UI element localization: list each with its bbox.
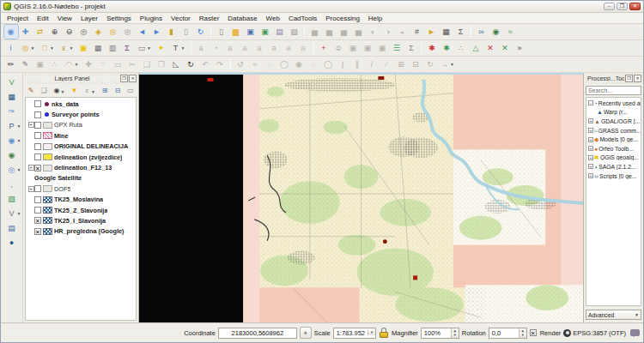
processing-item-gdal-ogr-[interactable]: +▲GDAL/OGR [... <box>586 117 641 126</box>
add-feature-button[interactable]: ∴ <box>48 57 62 71</box>
statistical-summary-button[interactable]: Σ <box>454 25 468 39</box>
processing-item-warp-r-[interactable]: ▲Warp (r... <box>586 108 641 117</box>
layer-row-original-delineacija[interactable]: ORIGINAL DELINEACIJA <box>26 141 136 152</box>
decrease-brightness-button[interactable]: ◑ <box>381 25 395 39</box>
menu-view[interactable]: View <box>53 13 76 24</box>
add-wfs-layer-button[interactable]: ▤ <box>5 221 19 235</box>
close-panel-icon[interactable]: ✕ <box>634 75 641 82</box>
add-group-button[interactable]: ❏ <box>39 85 50 96</box>
refresh-map-button[interactable]: ↻ <box>194 25 208 39</box>
toolbar-overflow-button[interactable]: » <box>513 41 526 55</box>
processing-search-input[interactable] <box>586 86 641 95</box>
delete-part-button[interactable]: ◯ <box>321 57 335 71</box>
zoom-last-button[interactable]: ◄ <box>136 25 149 39</box>
expand-plus-icon[interactable]: + <box>588 128 593 133</box>
split-features-button[interactable]: / <box>365 57 379 71</box>
cad-tools-button[interactable]: ◺ <box>169 57 183 71</box>
crosshair-grid-button[interactable]: # <box>410 25 424 39</box>
fill-ring-button[interactable]: ◉ <box>292 57 306 71</box>
show-bookmarks-button[interactable]: ▯ <box>179 25 193 39</box>
layer-row-tk25-moslavina[interactable]: TK25_Moslavina <box>26 195 136 205</box>
increase-contrast-button[interactable]: ◒ <box>396 25 410 39</box>
new-project-button[interactable]: ▯ <box>215 25 228 39</box>
collapse-all-button[interactable]: ⊟ <box>112 85 124 96</box>
dropdown-arrow-icon[interactable]: ▼ <box>75 62 80 67</box>
dropdown-arrow-icon[interactable]: ▼ <box>450 62 455 67</box>
layer-row-mine[interactable]: Mine <box>26 130 136 141</box>
crs-status-button[interactable]: EPSG:3857 (OTF) <box>563 329 626 337</box>
paste-features-button[interactable]: ❐ <box>155 57 168 71</box>
menu-layer[interactable]: Layer <box>76 13 102 24</box>
expander-icon[interactable]: + <box>27 165 34 171</box>
map-tips-button[interactable]: ✦ <box>155 41 168 55</box>
select-by-form-button[interactable]: ▥ <box>106 41 119 55</box>
layer-checkbox[interactable] <box>34 132 41 139</box>
touch-button[interactable]: ◉ <box>4 25 18 39</box>
full-histogram-stretch-button[interactable]: ▅ <box>323 25 337 39</box>
spin-down-icon[interactable]: ▼ <box>452 333 459 338</box>
spin-down-icon[interactable]: ▼ <box>519 333 526 338</box>
zoom-to-layer-button[interactable]: ◎ <box>121 25 135 39</box>
new-layer-button[interactable]: V▼ <box>5 207 19 220</box>
add-postgis-layer-button[interactable]: P▼ <box>5 119 19 133</box>
add-oracle-layer-button[interactable]: ◉ <box>5 148 19 162</box>
add-ring-button[interactable]: ◌ <box>263 57 276 71</box>
dropdown-arrow-icon[interactable]: ▼ <box>17 138 22 143</box>
offset-curve-button[interactable]: ∥ <box>350 57 364 71</box>
rotation-spinner[interactable]: 0,0 ▲▼ <box>489 328 527 339</box>
menu-raster[interactable]: Raster <box>195 13 224 24</box>
vertex-tool-4-button[interactable]: △ <box>469 41 483 55</box>
add-wcs-layer-button[interactable]: ● <box>5 236 19 250</box>
move-feature-button[interactable]: ✚ <box>82 57 95 71</box>
redo-button[interactable]: ↷ <box>213 57 227 71</box>
local-cumulative-cut-stretch-button[interactable]: ▅ <box>337 25 351 39</box>
filter-legend-button[interactable]: ▼ <box>69 85 80 96</box>
layer-checkbox[interactable] <box>34 207 41 214</box>
zoom-out-button[interactable]: ⊖ <box>63 25 76 39</box>
layer-checkbox[interactable] <box>34 143 41 150</box>
grass-tools-button[interactable]: ≈ <box>504 25 518 39</box>
coordinate-input[interactable] <box>218 328 297 339</box>
menu-project[interactable]: Project <box>3 13 33 24</box>
full-cumulative-cut-stretch-button[interactable]: ▅ <box>352 25 366 39</box>
menu-settings[interactable]: Settings <box>102 13 136 24</box>
collapse-minus-icon[interactable]: - <box>588 100 593 105</box>
dropdown-arrow-icon[interactable]: ▼ <box>50 45 55 51</box>
dropdown-arrow-icon[interactable]: ▼ <box>91 89 96 94</box>
layer-row-tk25-i-slavonija[interactable]: ✕TK25_I_Slavonija <box>26 215 136 226</box>
new-shapefile-layer-button[interactable]: ▧ <box>5 192 19 206</box>
menu-cadtools[interactable]: CadTools <box>284 13 321 24</box>
layer-row-google-satellite[interactable]: Google Satellite <box>26 173 136 184</box>
save-layer-edits-button[interactable]: ▣ <box>33 57 47 71</box>
add-mssql-layer-button[interactable]: ◉▼ <box>5 134 19 147</box>
add-spatialite-layer-button[interactable]: ✑ <box>5 105 19 118</box>
dropdown-arrow-icon[interactable]: ▼ <box>70 45 75 51</box>
toggle-editing-button[interactable]: ✎ <box>19 57 33 71</box>
run-feature-action-button[interactable]: ◎▼ <box>19 41 33 55</box>
new-bookmark-button[interactable]: ▮ <box>165 25 179 39</box>
vertex-tool-5-button[interactable]: ✕ <box>483 41 497 55</box>
camera-plugin-2-button[interactable]: ▣ <box>361 41 374 55</box>
reshape-features-button[interactable]: ∫ <box>336 57 349 71</box>
interface-mode-select[interactable]: Advanced interface ▼ <box>586 310 641 320</box>
open-attribute-table-button[interactable]: ▦ <box>91 41 105 55</box>
move-label-button[interactable]: a <box>267 41 281 55</box>
deselect-all-button[interactable]: ▣ <box>76 41 90 55</box>
map-canvas[interactable] <box>139 73 583 322</box>
show-hide-labels-button[interactable]: a <box>252 41 266 55</box>
layer-checkbox[interactable] <box>34 153 41 160</box>
text-annotation-button[interactable]: T▼ <box>169 41 183 55</box>
trace-button[interactable]: →▼ <box>438 57 452 71</box>
simplify-feature-button[interactable]: ≈ <box>248 57 262 71</box>
manage-map-themes-button[interactable]: ◉▼ <box>52 85 63 96</box>
expand-plus-icon[interactable]: + <box>588 155 593 160</box>
menu-plugins[interactable]: Plugins <box>136 13 167 24</box>
float-panel-icon[interactable]: ❐ <box>120 75 128 82</box>
zoom-native-button[interactable]: ◎ <box>77 25 91 39</box>
open-project-button[interactable]: ▆ <box>229 25 243 39</box>
minimize-button[interactable]: – <box>604 3 615 10</box>
float-panel-icon[interactable]: ❐ <box>625 75 633 82</box>
filter-by-expression-button[interactable]: ε▼ <box>82 85 93 96</box>
cut-features-button[interactable]: ✂ <box>125 57 139 71</box>
measure-button[interactable]: ▭▼ <box>135 41 149 55</box>
